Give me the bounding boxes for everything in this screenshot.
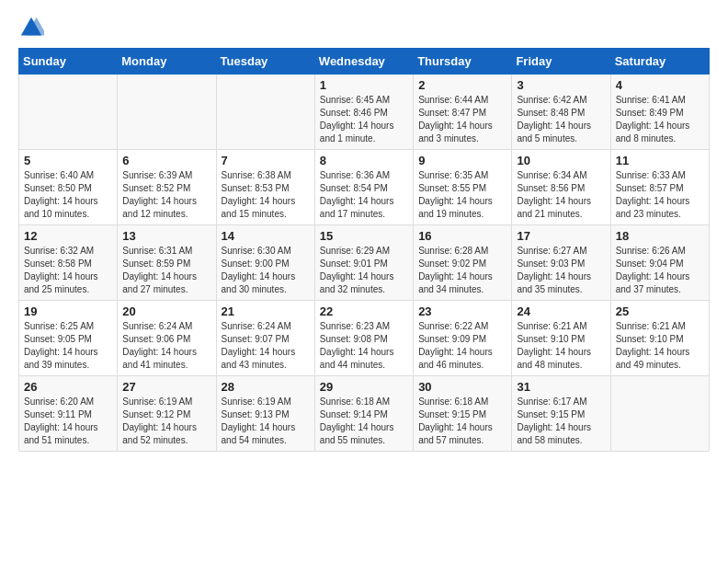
cell-text: Sunrise: 6:27 AM Sunset: 9:03 PM Dayligh…	[517, 245, 605, 296]
calendar-cell: 9Sunrise: 6:35 AM Sunset: 8:55 PM Daylig…	[414, 150, 512, 225]
cell-text: Sunrise: 6:39 AM Sunset: 8:52 PM Dayligh…	[122, 169, 210, 221]
calendar-cell: 7Sunrise: 6:38 AM Sunset: 8:53 PM Daylig…	[216, 150, 314, 225]
cell-text: Sunrise: 6:34 AM Sunset: 8:56 PM Dayligh…	[517, 169, 605, 221]
day-number: 16	[418, 229, 506, 243]
calendar-cell: 10Sunrise: 6:34 AM Sunset: 8:56 PM Dayli…	[512, 150, 610, 225]
day-number: 22	[320, 304, 408, 318]
day-number: 21	[222, 304, 310, 318]
cell-text: Sunrise: 6:24 AM Sunset: 9:06 PM Dayligh…	[122, 320, 210, 372]
col-header-monday: Monday	[118, 49, 216, 75]
day-number: 6	[122, 154, 210, 167]
cell-text: Sunrise: 6:29 AM Sunset: 9:01 PM Dayligh…	[320, 245, 408, 296]
cell-text: Sunrise: 6:22 AM Sunset: 9:09 PM Dayligh…	[418, 320, 506, 372]
cell-text: Sunrise: 6:36 AM Sunset: 8:54 PM Dayligh…	[320, 169, 408, 221]
header	[18, 15, 710, 40]
cell-text: Sunrise: 6:30 AM Sunset: 9:00 PM Dayligh…	[222, 245, 310, 296]
calendar-cell: 13Sunrise: 6:31 AM Sunset: 8:59 PM Dayli…	[118, 225, 216, 301]
col-header-tuesday: Tuesday	[216, 49, 314, 75]
day-number: 1	[320, 78, 408, 92]
day-number: 24	[517, 304, 605, 318]
calendar-week-3: 12Sunrise: 6:32 AM Sunset: 8:58 PM Dayli…	[19, 225, 710, 301]
calendar-cell: 28Sunrise: 6:19 AM Sunset: 9:13 PM Dayli…	[216, 376, 314, 452]
calendar-cell: 18Sunrise: 6:26 AM Sunset: 9:04 PM Dayli…	[610, 225, 709, 301]
cell-text: Sunrise: 6:42 AM Sunset: 8:48 PM Dayligh…	[517, 94, 605, 145]
day-number: 5	[24, 154, 112, 167]
day-number: 14	[222, 229, 310, 243]
calendar-cell: 22Sunrise: 6:23 AM Sunset: 9:08 PM Dayli…	[314, 301, 413, 376]
cell-text: Sunrise: 6:25 AM Sunset: 9:05 PM Dayligh…	[24, 320, 112, 372]
day-number: 10	[517, 154, 605, 167]
calendar-cell: 23Sunrise: 6:22 AM Sunset: 9:09 PM Dayli…	[414, 301, 512, 376]
col-header-wednesday: Wednesday	[314, 49, 413, 75]
logo	[18, 15, 48, 40]
calendar-cell: 31Sunrise: 6:17 AM Sunset: 9:15 PM Dayli…	[512, 376, 610, 452]
cell-text: Sunrise: 6:32 AM Sunset: 8:58 PM Dayligh…	[24, 245, 112, 296]
day-number: 26	[24, 380, 112, 394]
cell-text: Sunrise: 6:21 AM Sunset: 9:10 PM Dayligh…	[616, 320, 704, 372]
cell-text: Sunrise: 6:19 AM Sunset: 9:13 PM Dayligh…	[222, 396, 310, 447]
cell-text: Sunrise: 6:31 AM Sunset: 8:59 PM Dayligh…	[122, 245, 210, 296]
calendar-cell: 11Sunrise: 6:33 AM Sunset: 8:57 PM Dayli…	[610, 150, 709, 225]
calendar-cell	[610, 376, 709, 452]
day-number: 3	[517, 78, 605, 92]
cell-text: Sunrise: 6:24 AM Sunset: 9:07 PM Dayligh…	[222, 320, 310, 372]
day-number: 8	[320, 154, 408, 167]
day-number: 30	[418, 380, 506, 394]
cell-text: Sunrise: 6:28 AM Sunset: 9:02 PM Dayligh…	[418, 245, 506, 296]
cell-text: Sunrise: 6:18 AM Sunset: 9:15 PM Dayligh…	[418, 396, 506, 447]
day-number: 13	[122, 229, 210, 243]
calendar-cell: 8Sunrise: 6:36 AM Sunset: 8:54 PM Daylig…	[314, 150, 413, 225]
calendar-cell: 4Sunrise: 6:41 AM Sunset: 8:49 PM Daylig…	[610, 75, 709, 150]
calendar-cell: 20Sunrise: 6:24 AM Sunset: 9:06 PM Dayli…	[118, 301, 216, 376]
day-number: 12	[24, 229, 112, 243]
day-number: 11	[616, 154, 704, 167]
calendar-cell: 2Sunrise: 6:44 AM Sunset: 8:47 PM Daylig…	[414, 75, 512, 150]
calendar-cell: 17Sunrise: 6:27 AM Sunset: 9:03 PM Dayli…	[512, 225, 610, 301]
calendar-cell: 19Sunrise: 6:25 AM Sunset: 9:05 PM Dayli…	[19, 301, 118, 376]
day-number: 29	[320, 380, 408, 394]
day-number: 19	[24, 304, 112, 318]
cell-text: Sunrise: 6:18 AM Sunset: 9:14 PM Dayligh…	[320, 396, 408, 447]
calendar-cell: 5Sunrise: 6:40 AM Sunset: 8:50 PM Daylig…	[19, 150, 118, 225]
day-number: 2	[418, 78, 506, 92]
day-number: 31	[517, 380, 605, 394]
cell-text: Sunrise: 6:23 AM Sunset: 9:08 PM Dayligh…	[320, 320, 408, 372]
day-number: 23	[418, 304, 506, 318]
calendar-cell: 26Sunrise: 6:20 AM Sunset: 9:11 PM Dayli…	[19, 376, 118, 452]
day-number: 25	[616, 304, 704, 318]
calendar-cell: 27Sunrise: 6:19 AM Sunset: 9:12 PM Dayli…	[118, 376, 216, 452]
day-number: 20	[122, 304, 210, 318]
calendar-cell: 29Sunrise: 6:18 AM Sunset: 9:14 PM Dayli…	[314, 376, 413, 452]
day-number: 17	[517, 229, 605, 243]
calendar-cell	[19, 75, 118, 150]
cell-text: Sunrise: 6:45 AM Sunset: 8:46 PM Dayligh…	[320, 94, 408, 145]
col-header-thursday: Thursday	[414, 49, 512, 75]
calendar-cell: 21Sunrise: 6:24 AM Sunset: 9:07 PM Dayli…	[216, 301, 314, 376]
cell-text: Sunrise: 6:17 AM Sunset: 9:15 PM Dayligh…	[517, 396, 605, 447]
cell-text: Sunrise: 6:26 AM Sunset: 9:04 PM Dayligh…	[616, 245, 704, 296]
cell-text: Sunrise: 6:35 AM Sunset: 8:55 PM Dayligh…	[418, 169, 506, 221]
col-header-friday: Friday	[512, 49, 610, 75]
calendar-cell: 15Sunrise: 6:29 AM Sunset: 9:01 PM Dayli…	[314, 225, 413, 301]
cell-text: Sunrise: 6:38 AM Sunset: 8:53 PM Dayligh…	[222, 169, 310, 221]
cell-text: Sunrise: 6:33 AM Sunset: 8:57 PM Dayligh…	[616, 169, 704, 221]
day-number: 27	[122, 380, 210, 394]
col-header-saturday: Saturday	[610, 49, 709, 75]
day-number: 4	[616, 78, 704, 92]
calendar-cell: 6Sunrise: 6:39 AM Sunset: 8:52 PM Daylig…	[118, 150, 216, 225]
logo-icon	[18, 15, 44, 40]
day-number: 9	[418, 154, 506, 167]
day-number: 15	[320, 229, 408, 243]
day-number: 18	[616, 229, 704, 243]
day-number: 28	[222, 380, 310, 394]
calendar-cell: 24Sunrise: 6:21 AM Sunset: 9:10 PM Dayli…	[512, 301, 610, 376]
calendar-week-5: 26Sunrise: 6:20 AM Sunset: 9:11 PM Dayli…	[19, 376, 710, 452]
cell-text: Sunrise: 6:40 AM Sunset: 8:50 PM Dayligh…	[24, 169, 112, 221]
calendar-cell: 1Sunrise: 6:45 AM Sunset: 8:46 PM Daylig…	[314, 75, 413, 150]
col-header-sunday: Sunday	[19, 49, 118, 75]
calendar-cell	[118, 75, 216, 150]
cell-text: Sunrise: 6:21 AM Sunset: 9:10 PM Dayligh…	[517, 320, 605, 372]
cell-text: Sunrise: 6:19 AM Sunset: 9:12 PM Dayligh…	[122, 396, 210, 447]
calendar-cell: 3Sunrise: 6:42 AM Sunset: 8:48 PM Daylig…	[512, 75, 610, 150]
cell-text: Sunrise: 6:20 AM Sunset: 9:11 PM Dayligh…	[24, 396, 112, 447]
